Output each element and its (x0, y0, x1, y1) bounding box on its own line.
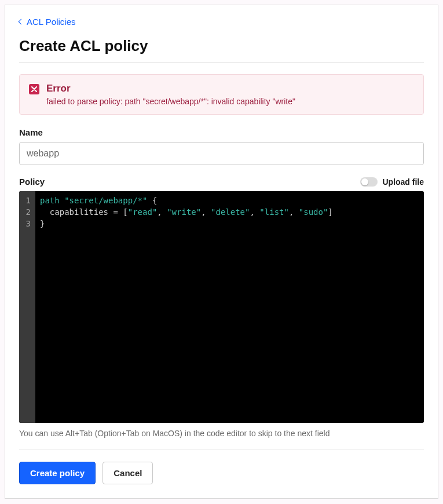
create-policy-button[interactable]: Create policy (19, 462, 96, 484)
code-line: } (40, 218, 419, 229)
alert-message: failed to parse policy: path "secret/web… (46, 97, 414, 106)
alert-title: Error (46, 83, 414, 94)
code-line: path "secret/webapp/*" { (40, 195, 419, 206)
page-title: Create ACL policy (19, 37, 424, 63)
line-number: 1 (25, 195, 31, 206)
alert-content: Error failed to parse policy: path "secr… (46, 83, 414, 106)
code-area[interactable]: path "secret/webapp/*" { capabilities = … (35, 191, 424, 423)
code-gutter: 123 (19, 191, 35, 423)
breadcrumb-parent-link[interactable]: ACL Policies (19, 17, 75, 27)
page-container: ACL Policies Create ACL policy Error fai… (5, 5, 438, 499)
breadcrumb-parent-label: ACL Policies (27, 17, 75, 27)
name-label: Name (19, 127, 424, 137)
upload-file-label: Upload file (382, 177, 424, 187)
name-input[interactable] (19, 142, 424, 165)
breadcrumb: ACL Policies (19, 17, 424, 27)
upload-file-toggle[interactable] (360, 177, 378, 187)
error-icon (29, 84, 39, 94)
upload-file-control: Upload file (360, 177, 424, 187)
chevron-left-icon (19, 19, 24, 25)
code-editor[interactable]: 123 path "secret/webapp/*" { capabilitie… (19, 191, 424, 423)
line-number: 2 (25, 206, 31, 218)
helper-text: You can use Alt+Tab (Option+Tab on MacOS… (19, 429, 424, 450)
code-line: capabilities = ["read", "write", "delete… (40, 206, 419, 218)
button-row: Create policy Cancel (19, 462, 424, 484)
line-number: 3 (25, 218, 31, 229)
policy-label: Policy (19, 177, 45, 187)
policy-header: Policy Upload file (19, 177, 424, 187)
error-alert: Error failed to parse policy: path "secr… (19, 74, 424, 115)
cancel-button[interactable]: Cancel (102, 462, 153, 484)
